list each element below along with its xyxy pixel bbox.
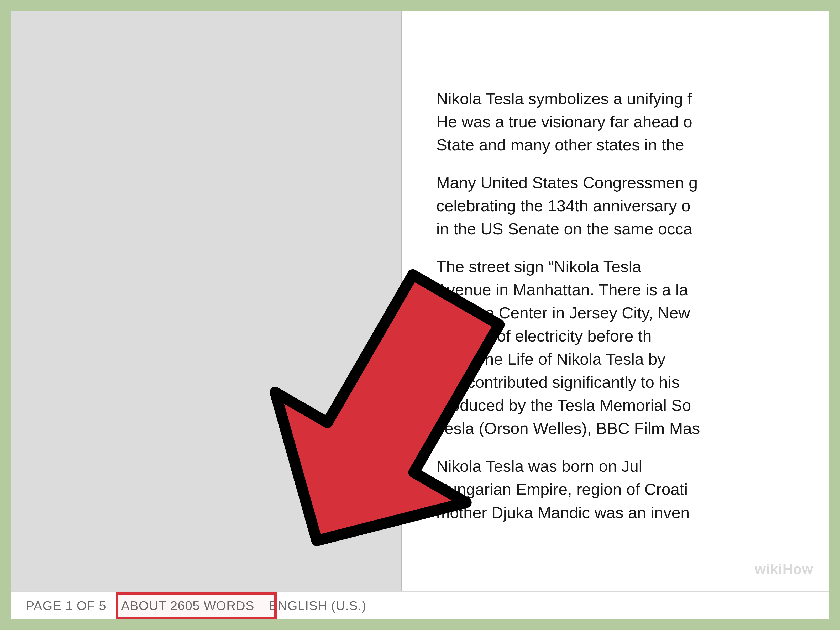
- body-paragraph: Nikola Tesla was born on Jul Hungarian E…: [436, 455, 829, 524]
- text-line: Many United States Congressmen g celebra…: [436, 171, 829, 240]
- text-line: Nikola Tesla symbolizes a unifying f He …: [436, 87, 829, 156]
- word-count[interactable]: ABOUT 2605 WORDS: [114, 592, 262, 619]
- body-paragraph: The street sign “Nikola Tesla Avenue in …: [436, 255, 829, 440]
- watermark: wikiHow: [755, 561, 813, 577]
- page-gutter: [11, 11, 402, 591]
- language-indicator[interactable]: ENGLISH (U.S.): [262, 592, 374, 619]
- body-paragraph: Nikola Tesla symbolizes a unifying f He …: [436, 87, 829, 156]
- text-line: The street sign “Nikola Tesla Avenue in …: [436, 255, 829, 440]
- app-window: Nikola Tesla symbolizes a unifying f He …: [11, 11, 829, 619]
- page-indicator-label: PAGE 1 OF 5: [26, 598, 106, 613]
- body-paragraph: Many United States Congressmen g celebra…: [436, 171, 829, 240]
- status-bar: PAGE 1 OF 5 ABOUT 2605 WORDS ENGLISH (U.…: [11, 591, 829, 619]
- page-indicator[interactable]: PAGE 1 OF 5: [18, 592, 114, 619]
- text-line: Nikola Tesla was born on Jul Hungarian E…: [436, 455, 829, 524]
- document-page[interactable]: Nikola Tesla symbolizes a unifying f He …: [402, 11, 829, 591]
- watermark-text: wikiHow: [755, 561, 813, 577]
- word-count-label: ABOUT 2605 WORDS: [121, 598, 254, 613]
- language-label: ENGLISH (U.S.): [269, 598, 366, 613]
- document-viewport: Nikola Tesla symbolizes a unifying f He …: [11, 11, 829, 591]
